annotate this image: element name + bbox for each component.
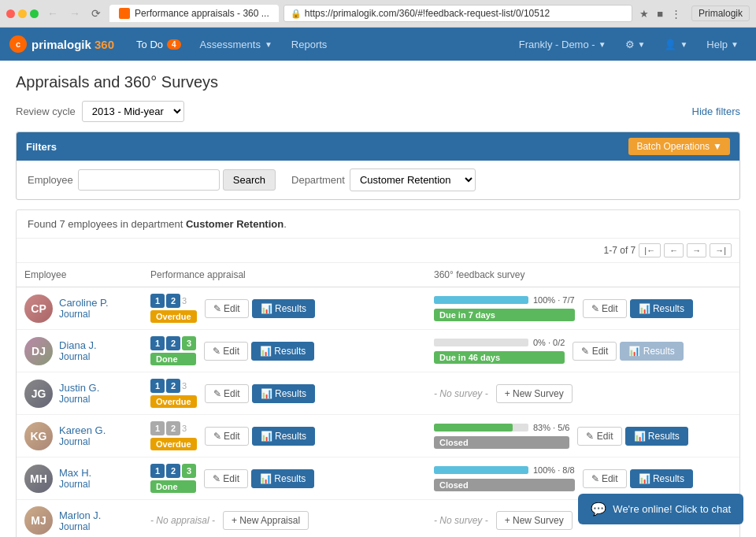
refresh-button[interactable]: ⟳ [87,6,105,21]
new-survey-button[interactable]: + New Survey [496,384,573,403]
step-3: 3 [182,336,196,350]
bookmark-button[interactable]: ★ [637,6,651,21]
appraisal-cell: 1 2 3 Overdue ✎ Edit 📊 Results [150,379,418,408]
employee-sub[interactable]: Journal [59,394,99,405]
lock-icon: 🔒 [291,9,302,19]
employee-info: Justin G. Journal [59,382,99,405]
feedback-details: 0% · 0/2 Due in 46 days [434,338,565,364]
brand-name: primalogik 360 [32,38,114,51]
new-survey-button[interactable]: + New Survey [496,511,573,530]
360-edit-button[interactable]: ✎ Edit [573,342,617,361]
employee-name[interactable]: Marlon J. [59,509,101,521]
back-button[interactable]: ← [43,6,62,21]
nav-reports[interactable]: Reports [282,28,337,61]
tab-title: Performance appraisals - 360 ... [135,8,269,19]
360-results-button[interactable]: 📊 Results [620,342,683,361]
first-page-button[interactable]: |← [639,243,661,257]
nav-help[interactable]: Help ▼ [699,28,747,61]
browser-chrome: ← → ⟳ Performance appraisals - 360 ... 🔒… [0,0,756,28]
results-button[interactable]: 📊 Results [252,384,315,403]
360-results-button[interactable]: 📊 Results [630,299,693,318]
employee-cell: MJ Marlon J. Journal [24,506,135,535]
status-badge: Done [150,480,196,493]
batch-ops-button[interactable]: Batch Operations ▼ [628,138,730,155]
menu-button[interactable]: ⋮ [669,6,684,21]
no-survey-text: - No survey - [434,515,488,526]
employee-name[interactable]: Max H. [59,467,91,479]
action-buttons: ✎ Edit 📊 Results [205,299,315,318]
status-badge: Overdue [150,395,197,408]
results-button[interactable]: 📊 Results [252,427,315,446]
360-edit-button[interactable]: ✎ Edit [577,427,621,446]
employee-name[interactable]: Caroline P. [59,297,109,309]
employee-name[interactable]: Justin G. [59,382,99,394]
employee-sub[interactable]: Journal [59,351,97,362]
nav-user[interactable]: 👤 ▼ [656,28,695,61]
nav-account[interactable]: Frankly - Demo - ▼ [511,28,614,61]
new-appraisal-button[interactable]: + New Appraisal [223,511,309,530]
chat-widget[interactable]: 💬 We're online! Click to chat [578,494,743,524]
edit-button[interactable]: ✎ Edit [205,384,249,403]
brand-logo[interactable]: c primalogik 360 [9,35,114,53]
feedback-percent: 83% · 5/6 [533,423,569,432]
edit-button[interactable]: ✎ Edit [204,342,248,361]
employee-sub[interactable]: Journal [59,479,91,490]
address-bar[interactable]: 🔒 https://primalogik.com/360/#!feedback-… [284,5,632,22]
nav-todo-label: To Do [136,39,163,50]
user-chevron-icon: ▼ [680,40,687,49]
nav-settings[interactable]: ⚙ ▼ [617,28,654,61]
next-page-button[interactable]: → [687,243,706,257]
results-panel: Found 7 employees in department Customer… [16,209,740,537]
360-edit-button[interactable]: ✎ Edit [583,469,627,488]
close-dot[interactable] [6,9,15,18]
browser-tab[interactable]: Performance appraisals - 360 ... [109,5,279,22]
department-select[interactable]: Customer Retention [350,169,476,191]
employee-filter: Employee Search [28,169,276,191]
prev-page-button[interactable]: ← [664,243,684,257]
feedback-progress-bar [434,424,528,431]
step-2: 2 [166,464,180,478]
employee-sub[interactable]: Journal [59,436,106,447]
360-edit-button[interactable]: ✎ Edit [583,299,627,318]
maximize-dot[interactable] [30,9,39,18]
results-button[interactable]: 📊 Results [251,469,314,488]
col-performance: Performance appraisal [143,263,426,287]
employee-name[interactable]: Kareen G. [59,424,106,436]
appraisal-steps: 1 2 3 Overdue [150,294,197,323]
employee-cell: KG Kareen G. Journal [24,422,135,450]
employee-sub[interactable]: Journal [59,309,109,320]
edit-button[interactable]: ✎ Edit [205,427,249,446]
employee-sub[interactable]: Journal [59,521,101,532]
avatar: MJ [24,506,53,535]
nav-assessments-label: Assessments [200,39,261,50]
last-page-button[interactable]: →| [710,243,732,257]
feedback-progress-bar [434,296,528,304]
minimize-dot[interactable] [18,9,27,18]
table-row: JG Justin G. Journal 1 2 3 Overdue ✎ Edi… [17,372,739,415]
nav-todo[interactable]: To Do 4 [127,28,191,61]
feedback-percent: 100% · 7/7 [533,295,575,305]
review-cycle-select[interactable]: 2013 - Mid-year [82,101,184,122]
action-buttons: ✎ Edit 📊 Results [205,427,315,446]
extensions-button[interactable]: ■ [654,6,665,21]
forward-button[interactable]: → [65,6,84,21]
nav-assessments[interactable]: Assessments ▼ [191,28,282,61]
employee-name[interactable]: Diana J. [59,339,97,351]
edit-button[interactable]: ✎ Edit [204,469,248,488]
results-button[interactable]: 📊 Results [251,342,314,361]
360-results-button[interactable]: 📊 Results [630,469,693,488]
feedback-action-buttons: ✎ Edit 📊 Results [583,469,693,488]
step-badges: 1 2 3 [150,336,196,350]
action-buttons: ✎ Edit 📊 Results [204,342,314,361]
feedback-action-buttons: ✎ Edit 📊 Results [583,299,693,318]
step-1: 1 [150,294,165,308]
feedback-bar-row: 100% · 7/7 [434,295,575,305]
search-button[interactable]: Search [223,169,276,191]
employee-cell: JG Justin G. Journal [24,380,135,408]
360-results-button[interactable]: 📊 Results [625,427,688,446]
edit-button[interactable]: ✎ Edit [205,299,249,318]
employee-search-input[interactable] [78,169,220,191]
hide-filters-link[interactable]: Hide filters [692,106,740,117]
results-button[interactable]: 📊 Results [252,299,315,318]
step-badges: 1 2 3 [150,421,197,435]
